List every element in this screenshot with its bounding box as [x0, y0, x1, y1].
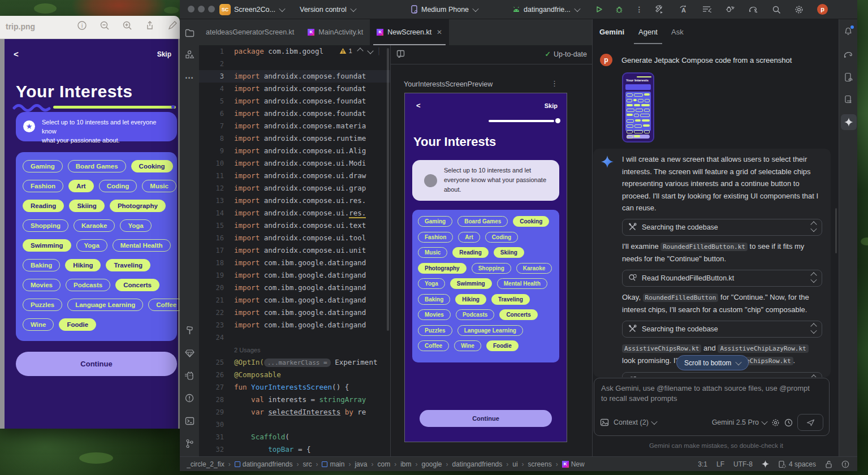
- preview-layout-icon[interactable]: [396, 50, 405, 58]
- code-line[interactable]: 3import androidx.compose.foundat: [199, 70, 390, 83]
- tab-agent[interactable]: Agent: [638, 28, 658, 36]
- compose-preview-render[interactable]: < Skip Your Interests Select up to 10 in…: [404, 93, 567, 442]
- attached-screenshot-thumbnail[interactable]: Your Interests: [622, 72, 654, 142]
- interest-chip[interactable]: Yoga: [76, 239, 107, 252]
- breadcrumb-item[interactable]: java: [355, 460, 367, 468]
- interest-chip[interactable]: Coffee: [418, 340, 449, 351]
- interest-chip[interactable]: Swimming: [450, 278, 492, 289]
- code-line[interactable]: 18import com.ibm.google.datingand: [199, 257, 390, 269]
- breadcrumb-item[interactable]: datingandfriends: [235, 460, 293, 468]
- code-line[interactable]: 8import androidx.compose.runtime: [199, 132, 390, 145]
- terminal-icon[interactable]: [184, 415, 195, 426]
- traffic-light-minimize[interactable]: [198, 6, 205, 12]
- interest-chip[interactable]: Hiking: [65, 259, 101, 271]
- editor-tab[interactable]: KNewScreen.kt✕: [370, 19, 449, 45]
- expand-collapse-icon[interactable]: [811, 375, 816, 377]
- editor-tab[interactable]: ateldeasGeneratorScreen.kt: [199, 19, 301, 45]
- markup-icon[interactable]: [167, 20, 178, 31]
- interest-chip[interactable]: Hiking: [455, 294, 486, 305]
- interest-chip[interactable]: Fashion: [23, 180, 63, 192]
- code-line[interactable]: 13import androidx.compose.ui.res.: [199, 195, 390, 207]
- interest-chip[interactable]: Wine: [23, 318, 54, 331]
- send-button[interactable]: [797, 414, 823, 431]
- traffic-light-zoom[interactable]: [208, 6, 215, 12]
- interest-chip[interactable]: Puzzles: [418, 325, 452, 336]
- tool-call-pill[interactable]: Searching the codebase: [622, 321, 822, 338]
- interest-chip[interactable]: Foodie: [486, 340, 519, 351]
- interest-chip[interactable]: Swimming: [23, 239, 71, 252]
- code-line[interactable]: 11import androidx.compose.ui.draw: [199, 170, 390, 182]
- resource-manager-icon[interactable]: [184, 49, 195, 60]
- code-line[interactable]: 22import com.ibm.google.datingand: [199, 306, 390, 319]
- interest-chip[interactable]: Fashion: [418, 232, 453, 243]
- settings-gear-icon[interactable]: [794, 5, 804, 14]
- logcat-icon[interactable]: [184, 370, 195, 381]
- code-line[interactable]: 20import com.ibm.google.datingand: [199, 282, 390, 294]
- preview-composable-name[interactable]: YourInterestsScreenPreview: [404, 80, 493, 88]
- code-line[interactable]: 21import com.ibm.google.datingand: [199, 294, 390, 306]
- interest-chip[interactable]: Reading: [452, 247, 488, 258]
- interest-chip[interactable]: Reading: [23, 200, 64, 212]
- interest-chip[interactable]: Skiing: [69, 200, 105, 212]
- interest-chip[interactable]: Coding: [485, 232, 518, 243]
- code-line[interactable]: 9import androidx.compose.ui.Alig: [199, 145, 390, 157]
- inspections-status-icon[interactable]: [841, 460, 849, 468]
- editor-tab[interactable]: KMainActivity.kt: [301, 19, 370, 45]
- code-line[interactable]: 14import androidx.compose.ui.res.: [199, 207, 390, 219]
- notifications-bell-icon[interactable]: [843, 26, 854, 37]
- code-line[interactable]: 29 var selectedInterests by re: [199, 406, 390, 418]
- interest-chip[interactable]: Music: [418, 247, 447, 258]
- run-configuration-selector[interactable]: datingandfrie...: [512, 0, 580, 19]
- code-line[interactable]: 16import androidx.compose.ui.tool: [199, 232, 390, 244]
- code-line[interactable]: 7import androidx.compose.materia: [199, 120, 390, 132]
- zoom-in-icon[interactable]: [122, 20, 132, 31]
- breadcrumb-item[interactable]: KNew: [562, 460, 585, 468]
- interest-chip[interactable]: Art: [458, 232, 480, 243]
- interest-chip[interactable]: Yoga: [120, 219, 151, 232]
- code-line[interactable]: 27fun YourInterestsScreen() {: [199, 381, 390, 394]
- build-icon[interactable]: [655, 5, 664, 14]
- run-button[interactable]: [595, 0, 603, 19]
- close-icon[interactable]: ✕: [437, 28, 442, 36]
- build-variants-icon[interactable]: [702, 5, 711, 14]
- interest-chip[interactable]: Board Games: [457, 216, 508, 227]
- project-tool-icon[interactable]: [184, 27, 195, 38]
- code-line[interactable]: 17import androidx.compose.ui.unit: [199, 244, 390, 257]
- interest-chip[interactable]: Karaoke: [74, 219, 115, 232]
- more-run-options-kebab[interactable]: ⋮: [636, 0, 644, 19]
- interest-chip[interactable]: Podcasts: [456, 309, 494, 320]
- gemini-status-sparkle-icon[interactable]: [762, 460, 769, 468]
- interest-chip[interactable]: Traveling: [106, 259, 150, 271]
- prev-problem-chevron[interactable]: [357, 48, 363, 54]
- gemini-tool-icon[interactable]: [841, 114, 857, 130]
- interest-chip[interactable]: Coffee: [148, 299, 180, 311]
- more-tool-windows-icon[interactable]: …: [184, 70, 195, 81]
- interest-chip[interactable]: Board Games: [68, 160, 126, 172]
- gradle-sync-icon[interactable]: [748, 5, 758, 14]
- gemini-scrollbar[interactable]: [835, 208, 837, 253]
- breadcrumb-item[interactable]: datingandfriends: [452, 460, 503, 468]
- history-clock-icon[interactable]: [784, 418, 793, 427]
- inspections-widget[interactable]: 1 │: [336, 47, 385, 55]
- breadcrumb-item[interactable]: _circle_2_fix: [187, 460, 224, 468]
- code-line[interactable]: 5import androidx.compose.foundat: [199, 95, 390, 107]
- code-line[interactable]: 6import androidx.compose.foundat: [199, 107, 390, 120]
- interest-chip[interactable]: Mental Health: [497, 278, 547, 289]
- editor-scrollbar[interactable]: [387, 48, 389, 331]
- code-line[interactable]: 25@OptIn(...markerClass = Experiment: [199, 356, 390, 369]
- interest-chip[interactable]: Photography: [418, 263, 467, 274]
- interest-chip[interactable]: Concerts: [499, 309, 537, 320]
- interest-chip[interactable]: Wine: [454, 340, 481, 351]
- interest-chip[interactable]: Language Learning: [457, 325, 523, 336]
- tool-call-pill[interactable]: Read RoundedFilledButton.kt: [622, 270, 822, 287]
- running-devices-icon[interactable]: [843, 71, 854, 83]
- interest-chip[interactable]: Gaming: [23, 160, 63, 172]
- expand-collapse-icon[interactable]: [811, 222, 816, 232]
- code-line[interactable]: 32 topBar = {: [199, 443, 390, 456]
- ai-actions-icon[interactable]: A: [678, 5, 688, 14]
- expand-collapse-icon[interactable]: [811, 273, 816, 283]
- project-selector[interactable]: SC Screen2Co...: [219, 0, 284, 19]
- interest-chip[interactable]: Podcasts: [66, 279, 110, 291]
- interest-chip[interactable]: Concerts: [115, 279, 159, 291]
- share-icon[interactable]: [145, 20, 155, 31]
